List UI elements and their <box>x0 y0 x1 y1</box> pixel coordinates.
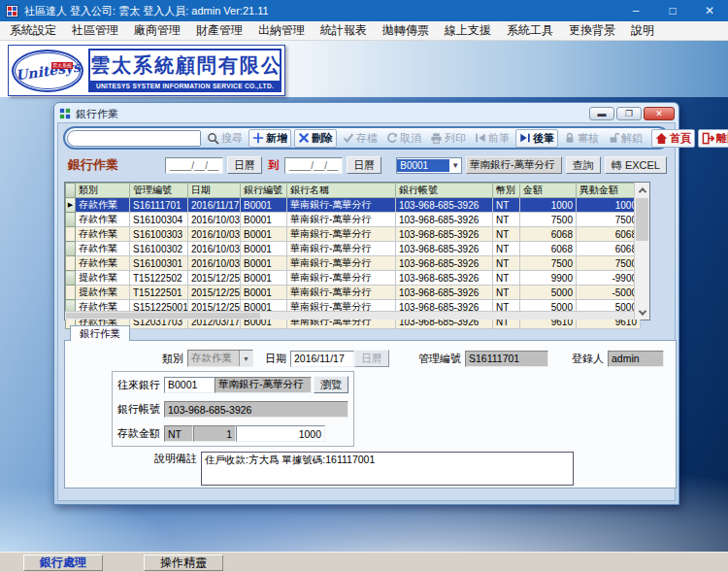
row-selector-cell[interactable]: ▶ <box>66 198 76 213</box>
table-cell: NT <box>493 213 520 227</box>
search-button[interactable]: 搜尋 <box>204 130 246 147</box>
bank-row: 往來銀行 B0001 華南銀行-萬華分行 瀏覽 <box>117 376 348 393</box>
next-record-button[interactable]: 後筆 <box>515 129 558 148</box>
menu-item[interactable]: 出納管理 <box>250 20 313 41</box>
search-input[interactable] <box>67 130 201 147</box>
previous-icon <box>475 132 486 144</box>
vertical-scroll-thumb[interactable] <box>636 198 648 241</box>
table-row[interactable]: 提款作業T151225012015/12/25B0001華南銀行-萬華分行103… <box>66 286 641 300</box>
menu-item[interactable]: 更換背景 <box>561 20 623 41</box>
exit-button[interactable]: 離開 <box>698 129 728 148</box>
column-header[interactable]: 銀行名稱 <box>287 184 396 198</box>
minimize-button[interactable]: – <box>617 0 654 21</box>
menu-item[interactable]: 廠商管理 <box>126 20 188 41</box>
date-from-input[interactable]: ____/__/__ <box>165 157 223 174</box>
scroll-down-arrow-icon[interactable] <box>635 305 649 320</box>
column-header[interactable]: 幣別 <box>493 184 520 198</box>
company-logo: Unitesys 雲太系統 雲太系統顧問有限公司 UNITESYS SYSTEM… <box>8 45 285 96</box>
query-button[interactable]: 查詢 <box>566 156 601 174</box>
save-button[interactable]: 存檔 <box>340 130 381 147</box>
menu-item[interactable]: 系統設定 <box>2 20 64 41</box>
form-calendar-button[interactable]: 日曆 <box>354 350 389 367</box>
menu-item[interactable]: 社區管理 <box>64 20 126 41</box>
menu-item[interactable]: 統計報表 <box>313 20 375 41</box>
memo-textarea[interactable]: 住戶收款:方大爲 單據號碼:161117001 <box>201 452 574 486</box>
column-header[interactable]: 金額 <box>520 184 577 198</box>
record-detail-form: 類別 存款作業 ▼ 日期 2016/11/17 日曆 管理編號 S1611170… <box>64 340 677 488</box>
menu-item[interactable]: 說明 <box>623 20 662 41</box>
menu-item[interactable]: 系統工具 <box>499 20 561 41</box>
column-header[interactable]: 銀行編號 <box>241 184 287 198</box>
table-cell: B0001 <box>241 227 287 242</box>
previous-record-button[interactable]: 前筆 <box>472 130 513 147</box>
audit-button[interactable]: 審核 <box>561 130 602 147</box>
table-row[interactable]: ▶存款作業S161117012016/11/17B0001華南銀行-萬華分行10… <box>66 198 641 213</box>
taskbar-button[interactable]: 銀行處理 <box>23 555 103 571</box>
unlock-button[interactable]: 解鎖 <box>605 130 645 147</box>
check-icon <box>343 132 354 144</box>
menu-item[interactable]: 拋轉傳票 <box>375 20 437 41</box>
browse-button[interactable]: 瀏覽 <box>314 376 348 393</box>
home-button[interactable]: 首頁 <box>651 129 695 148</box>
mdi-titlebar[interactable]: 銀行作業 ▬ ❐ ✕ <box>54 103 678 122</box>
cancel-button[interactable]: 取消 <box>383 130 424 147</box>
table-cell: S16100301 <box>130 256 188 271</box>
amount-field[interactable]: 1000 <box>236 425 325 442</box>
table-cell: 2016/10/03 <box>188 227 241 242</box>
column-header[interactable]: 異動金額 <box>577 184 641 198</box>
date-to-input[interactable]: ____/__/__ <box>284 157 343 174</box>
date-field[interactable]: 2016/11/17 <box>290 351 354 367</box>
table-row[interactable]: 存款作業S161003012016/10/03B0001華南銀行-萬華分行103… <box>66 256 641 271</box>
table-cell: 華南銀行-萬華分行 <box>287 213 396 227</box>
close-button[interactable]: ✕ <box>691 0 728 21</box>
row-selector-cell[interactable] <box>66 227 76 242</box>
horizontal-scroll-thumb[interactable] <box>66 313 260 319</box>
table-cell: 存款作業 <box>76 242 130 256</box>
table-row[interactable]: 提款作業T151225022015/12/25B0001華南銀行-萬華分行103… <box>66 271 641 286</box>
column-header[interactable]: 類別 <box>76 184 130 198</box>
bank-code-field[interactable]: B0001 <box>164 377 215 393</box>
menu-item[interactable]: 財產管理 <box>188 20 250 41</box>
table-cell: 華南銀行-萬華分行 <box>287 227 396 242</box>
maximize-button[interactable]: □ <box>654 0 691 21</box>
table-row[interactable]: 存款作業S161003022016/10/03B0001華南銀行-萬華分行103… <box>66 242 641 256</box>
calendar-to-button[interactable]: 日曆 <box>347 156 381 174</box>
horizontal-scrollbar[interactable] <box>65 311 634 320</box>
add-button[interactable]: 新增 <box>248 129 291 148</box>
vertical-scrollbar[interactable] <box>634 183 649 320</box>
print-button[interactable]: 列印 <box>427 130 469 147</box>
category-value: 存款作業 <box>188 352 239 365</box>
row-selector-cell[interactable] <box>66 256 76 271</box>
table-cell: 2016/10/03 <box>188 256 241 271</box>
mdi-minimize-button[interactable]: ▬ <box>589 107 614 120</box>
row-selector-cell[interactable] <box>66 242 76 256</box>
table-row[interactable]: 存款作業S161003032016/10/03B0001華南銀行-萬華分行103… <box>66 227 641 242</box>
taskbar-button[interactable]: 操作精靈 <box>144 555 223 571</box>
bank-code-selected: B0001 <box>397 159 449 172</box>
table-cell: B0001 <box>241 271 287 286</box>
mdi-maximize-button[interactable]: ❐ <box>616 107 642 120</box>
bank-code-select[interactable]: B0001 ▼ <box>396 157 462 174</box>
table-cell: 103-968-685-3926 <box>396 198 493 213</box>
column-header[interactable]: 銀行帳號 <box>396 184 493 198</box>
row-selector-cell[interactable] <box>66 286 76 300</box>
export-excel-button[interactable]: 轉 EXCEL <box>605 156 667 174</box>
brand-small-tag: 雲太系統 <box>51 62 73 69</box>
row-selector-cell[interactable] <box>66 271 76 286</box>
column-header[interactable]: 管理編號 <box>130 184 188 198</box>
column-header[interactable]: 日期 <box>188 184 241 198</box>
category-select[interactable]: 存款作業 ▼ <box>187 350 253 367</box>
menu-item[interactable]: 線上支援 <box>437 20 499 41</box>
plus-icon <box>252 132 264 144</box>
row-selector-cell[interactable] <box>66 213 76 227</box>
scroll-up-arrow-icon[interactable] <box>635 183 649 197</box>
operator-label: 登錄人 <box>572 352 608 366</box>
delete-button[interactable]: 刪除 <box>294 129 337 148</box>
table-row[interactable]: 存款作業S161003042016/10/03B0001華南銀行-萬華分行103… <box>66 213 641 227</box>
calendar-from-button[interactable]: 日曆 <box>227 156 262 174</box>
form-tab-bank-operations[interactable]: 銀行作業 <box>70 325 130 341</box>
mdi-close-button[interactable]: ✕ <box>644 107 675 120</box>
search-icon <box>207 132 219 145</box>
table-cell: 存款作業 <box>76 227 130 242</box>
table-cell: 6068 <box>520 242 577 256</box>
